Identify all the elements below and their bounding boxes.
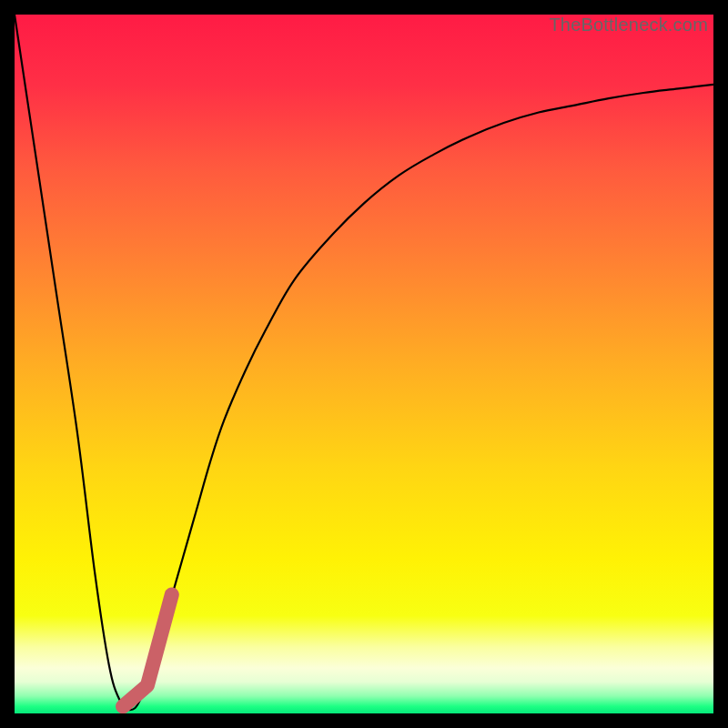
watermark-text: TheBottleneck.com: [549, 15, 708, 35]
highlight-segment: [123, 594, 172, 706]
chart-svg: [15, 15, 713, 713]
bottleneck-curve: [15, 15, 713, 710]
chart-frame: TheBottleneck.com: [0, 0, 728, 728]
plot-area: TheBottleneck.com: [15, 15, 713, 713]
